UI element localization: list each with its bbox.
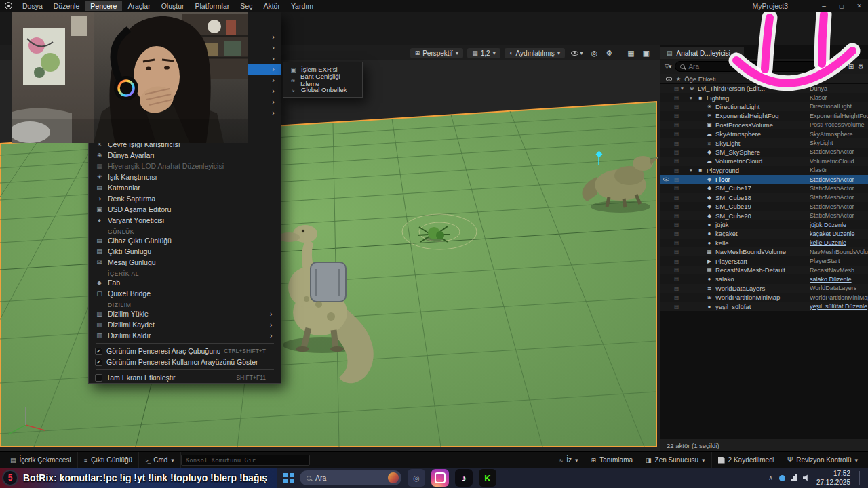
actor-type[interactable]: DirectionalLight: [810, 103, 868, 110]
outliner-row[interactable]: ■ Lighting Klasör: [660, 93, 868, 102]
actor-type[interactable]: StaticMeshActor: [810, 176, 868, 183]
menu-item[interactable]: ☀ Işık Karıştırıcısı: [89, 171, 281, 182]
trace-button[interactable]: İz: [553, 452, 585, 468]
menu-item[interactable]: ✉ Mesaj Günlüğü: [89, 257, 281, 268]
menubar-item[interactable]: Dosya: [17, 1, 48, 11]
expand-arrow-icon[interactable]: [690, 95, 696, 101]
menu-item[interactable]: [96, 369, 274, 370]
actor-type[interactable]: salako Düzenle: [810, 276, 868, 283]
actor-type[interactable]: VolumetricCloud: [810, 158, 868, 165]
tray-expand-icon[interactable]: [768, 474, 773, 481]
outliner-row[interactable]: ● salako salako Düzenle: [660, 274, 868, 283]
outliner-row[interactable]: ● yeşil_sülüfat yeşil_sülüfat Düzenle: [660, 302, 868, 310]
menubar-item[interactable]: Yardım: [285, 1, 319, 11]
outliner-row[interactable]: ● kaçaket kaçaket Düzenle: [660, 229, 868, 238]
start-button[interactable]: [283, 473, 294, 483]
outliner-row[interactable]: ◆ SM_Cube17 StaticMeshActor: [660, 184, 868, 192]
menubar-item[interactable]: Aktör: [258, 1, 285, 11]
actor-type[interactable]: WorldDataLayers: [810, 285, 868, 291]
menu-item[interactable]: ♦ Varyant Yöneticisi: [89, 215, 281, 226]
actor-type[interactable]: yeşil_sülüfat Düzenle: [810, 303, 868, 310]
minimize-button[interactable]: [815, 2, 833, 9]
outliner-row[interactable]: ⊕ Lvl_ThirdPerson (Edit... Dünya: [660, 84, 868, 93]
actor-type[interactable]: WorldPartitionMiniMap: [810, 294, 868, 301]
output-log-button[interactable]: Çıktı Günlüğü: [78, 452, 139, 468]
volume-icon[interactable]: [803, 474, 810, 482]
actor-type[interactable]: StaticMeshActor: [810, 148, 868, 155]
menu-item[interactable]: [96, 343, 274, 344]
grid-snap-selector[interactable]: 1,2: [467, 48, 500, 58]
outliner-row[interactable]: ☁ SkyAtmosphere SkyAtmosphere: [660, 129, 868, 138]
show-flags-button[interactable]: [569, 49, 585, 56]
menu-item[interactable]: GÜNLÜK: [89, 226, 281, 235]
maximize-button[interactable]: [833, 2, 850, 9]
menu-item[interactable]: ▥ Dizilimi Kaydet: [89, 319, 281, 330]
checkbox[interactable]: [95, 348, 102, 355]
menu-item[interactable]: Tam Ekranı Etkinleştir SHIFT+F11: [89, 372, 281, 383]
menubar-item[interactable]: Seç: [235, 1, 258, 11]
menubar-item[interactable]: Platformlar: [190, 1, 235, 11]
outliner-row[interactable]: ◆ SM_SkySphere StaticMeshActor: [660, 148, 868, 157]
outliner-row[interactable]: ≋ ExponentialHeightFog ExponentialHeight…: [660, 111, 868, 120]
outliner-row[interactable]: ■ Playground Klasör: [660, 166, 868, 175]
outliner-row[interactable]: ◆ SM_Cube19 StaticMeshActor: [660, 202, 868, 211]
menu-item[interactable]: ◆ Fab: [89, 277, 281, 288]
outliner-row[interactable]: ● kelle kelle Düzenle: [660, 239, 868, 247]
actor-type[interactable]: StaticMeshActor: [810, 203, 868, 210]
expand-arrow-icon[interactable]: [681, 85, 688, 92]
actor-type[interactable]: Dünya: [810, 85, 868, 92]
actor-type[interactable]: SkyAtmosphere: [810, 131, 868, 138]
menubar-item[interactable]: Pencere: [85, 1, 122, 11]
perspective-selector[interactable]: Perspektif: [410, 48, 464, 58]
actor-type[interactable]: SkyLight: [810, 140, 868, 146]
outliner-row[interactable]: ◆ Floor StaticMeshActor: [660, 175, 868, 184]
search-input[interactable]: [688, 63, 838, 70]
tiktok-icon[interactable]: ♪: [455, 469, 473, 487]
outliner-row[interactable]: ● jüjük jüjük Düzenle: [660, 220, 868, 229]
viewport-settings-button[interactable]: [604, 49, 614, 58]
menubar-item[interactable]: Araçlar: [122, 1, 155, 11]
submenu-item[interactable]: ≋ Bant Genişliği İzleme: [283, 75, 362, 85]
tray-app-icon[interactable]: [779, 475, 785, 481]
instagram-icon[interactable]: [431, 469, 449, 487]
outliner-row[interactable]: ◆ SM_Cube18 StaticMeshActor: [660, 193, 868, 202]
zen-server-button[interactable]: Zen Sunucusu: [639, 452, 712, 468]
outliner-row[interactable]: ≣ WorldDataLayers WorldDataLayers: [660, 284, 868, 293]
actor-type[interactable]: StaticMeshActor: [810, 194, 868, 201]
taskbar-search-input[interactable]: [315, 474, 376, 482]
outliner-searchbox[interactable]: [675, 61, 844, 72]
menu-item[interactable]: ▣ USD Aşama Editörü: [89, 204, 281, 215]
taskbar-clock[interactable]: 17:52 27.12.2025: [816, 469, 850, 487]
show-desktop-button[interactable]: [859, 471, 861, 485]
menu-item[interactable]: ▥ Dizilimi Kaldır: [89, 330, 281, 341]
checkbox[interactable]: [95, 359, 102, 366]
taskbar-search[interactable]: [300, 470, 401, 485]
outliner-row[interactable]: ☼ SkyLight SkyLight: [660, 138, 868, 147]
actor-type[interactable]: kelle Düzenle: [810, 239, 868, 246]
outliner-row[interactable]: ◆ SM_Cube20 StaticMeshActor: [660, 211, 868, 220]
layout-grid-button[interactable]: [625, 49, 636, 58]
outliner-row[interactable]: ▶ PlayerStart PlayerStart: [660, 256, 868, 265]
actor-type[interactable]: Klasör: [810, 94, 868, 101]
actor-type[interactable]: Klasör: [810, 167, 868, 174]
outliner-row[interactable]: ☀ DirectionalLight DirectionalLight: [660, 102, 868, 111]
menu-item[interactable]: Görünüm Penceresi Araç Çubuğunu Göster C…: [89, 346, 281, 357]
tab-outliner[interactable]: Anahat D...leyicisi: [660, 47, 744, 59]
menu-item[interactable]: ▤ Cihaz Çıktı Günlüğü: [89, 235, 281, 246]
actor-type[interactable]: StaticMeshActor: [810, 212, 868, 219]
kick-icon[interactable]: K: [479, 469, 496, 487]
actor-type[interactable]: RecastNavMesh: [810, 267, 868, 274]
menu-item[interactable]: ▦ Hiyerarşik LOD Anahat Düzenleyicisi: [89, 161, 281, 171]
maximize-viewport-button[interactable]: [641, 49, 652, 58]
menu-item[interactable]: İÇERİK AL: [89, 268, 281, 277]
unsaved-button[interactable]: 2 Kaydedilmedi: [712, 452, 781, 468]
menu-item[interactable]: ◑ Renk Saptırma: [89, 193, 281, 204]
actor-type[interactable]: PostProcessVolume: [810, 121, 868, 128]
menu-item[interactable]: ▤ Çıktı Günlüğü: [89, 246, 281, 257]
outliner-row[interactable]: ▦ RecastNavMesh-Default RecastNavMesh: [660, 266, 868, 274]
actor-type[interactable]: kaçaket Düzenle: [810, 230, 868, 237]
menu-item[interactable]: DİZİLİM: [89, 299, 281, 308]
outliner-empty-area[interactable]: [660, 311, 868, 439]
menu-item[interactable]: ▢ Quixel Bridge: [89, 288, 281, 299]
expand-arrow-icon[interactable]: [690, 167, 696, 174]
